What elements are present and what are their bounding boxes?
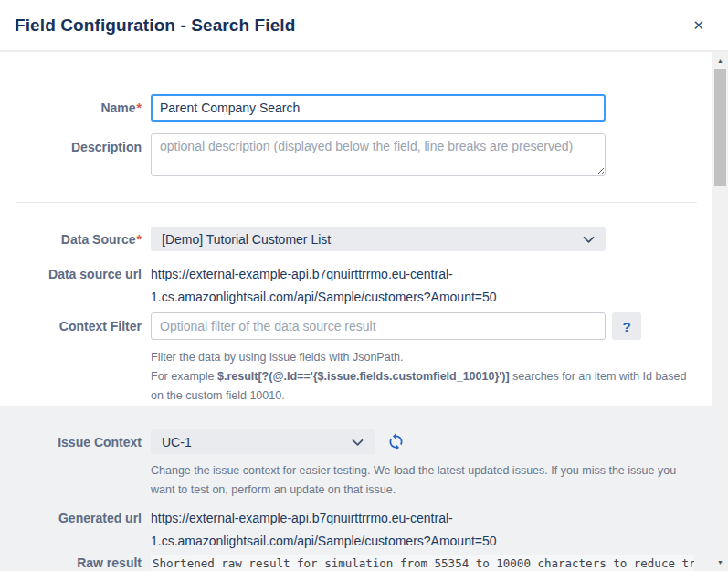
jsonpath-example-code: $.result[?(@.Id=='{$.issue.fields.custom… [217,370,510,383]
description-textarea[interactable] [151,133,606,176]
scroll-down-icon[interactable]: ▼ [712,555,728,570]
name-row: Name* [18,94,694,122]
configuration-section: Name* Description Data Source* [Demo] Tu… [0,52,712,406]
required-asterisk: * [137,100,142,115]
description-row: Description [18,133,694,176]
name-input[interactable] [151,94,606,122]
context-filter-input[interactable] [151,312,606,340]
dialog-header: Field Configuration - Search Field ✕ [0,0,728,52]
data-source-url-row: Data source url https://external-example… [18,263,694,309]
context-filter-controls: ? [151,312,641,340]
data-source-url-value: https://external-example-api.b7qnuirttrr… [151,263,606,309]
issue-context-selected-value: UC-1 [162,435,192,449]
chevron-down-icon [583,232,595,247]
refresh-icon[interactable] [385,430,407,453]
issue-context-label: Issue Context [18,435,142,449]
data-source-label: Data Source* [18,232,142,247]
context-filter-help-text: Filter the data by using issue fields wi… [151,348,691,406]
issue-context-controls: UC-1 [151,429,407,454]
scroll-up-icon[interactable]: ▲ [712,53,728,69]
context-filter-label: Context Filter [18,319,142,333]
raw-result-row: Raw result Shortened raw result for simu… [18,555,694,571]
data-source-url-label: Data source url [18,263,142,286]
context-filter-row: Context Filter ? [18,312,694,340]
issue-context-row: Issue Context UC-1 [18,429,694,454]
generated-url-row: Generated url https://external-example-a… [18,507,694,553]
help-button[interactable]: ? [612,312,641,340]
dialog-body: Name* Description Data Source* [Demo] Tu… [0,52,712,571]
close-icon[interactable]: ✕ [687,15,710,36]
testing-section: Issue Context UC-1 Change the issue cont [0,406,712,571]
data-source-select[interactable]: [Demo] Tutorial Customer List [151,227,606,251]
issue-context-select[interactable]: UC-1 [151,429,375,454]
generated-url-value: https://external-example-api.b7qnuirttrr… [151,507,606,553]
data-source-row: Data Source* [Demo] Tutorial Customer Li… [18,227,694,251]
context-filter-help-row: Filter the data by using issue fields wi… [18,348,694,406]
issue-context-help-row: Change the issue context for easier test… [18,461,694,500]
issue-context-help-text: Change the issue context for easier test… [151,461,691,500]
description-label: Description [18,133,142,155]
required-asterisk: * [137,232,142,247]
section-divider [16,202,697,203]
data-source-selected-value: [Demo] Tutorial Customer List [162,232,331,247]
raw-result-value: Shortened raw result for simulation from… [151,555,694,571]
name-label: Name* [18,100,142,115]
scrollbar-thumb[interactable] [714,69,726,186]
field-configuration-dialog: Field Configuration - Search Field ✕ Nam… [0,0,728,571]
chevron-down-icon [352,435,364,449]
raw-result-label: Raw result [18,555,142,571]
vertical-scrollbar[interactable]: ▲ ▼ [712,52,728,571]
dialog-title: Field Configuration - Search Field [15,16,295,36]
generated-url-label: Generated url [18,507,142,530]
